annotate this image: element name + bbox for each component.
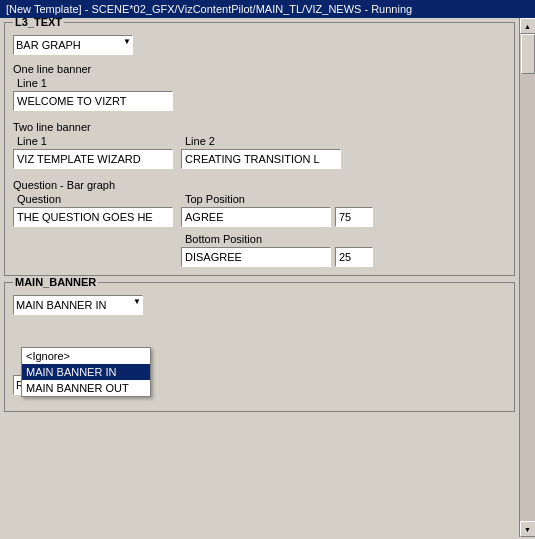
top-position-label: Top Position xyxy=(181,193,373,205)
scroll-track[interactable] xyxy=(520,34,536,521)
scroll-thumb[interactable] xyxy=(521,34,535,74)
dropdown-item-banner-in[interactable]: MAIN BANNER IN xyxy=(22,364,150,380)
question-input[interactable] xyxy=(13,207,173,227)
content-area: L3_TEXT BAR GRAPH ONE LINE TWO LINE One … xyxy=(0,18,519,537)
two-line-banner-line1-label: Line 1 xyxy=(13,135,173,147)
two-line-banner-line1-input[interactable] xyxy=(13,149,173,169)
scrollbar: ▲ ▼ xyxy=(519,18,535,537)
scroll-up-button[interactable]: ▲ xyxy=(520,18,536,34)
main-banner-dropdown-wrapper[interactable]: MAIN BANNER IN MAIN BANNER OUT xyxy=(13,295,143,315)
one-line-banner-label: One line banner xyxy=(13,63,506,75)
scroll-down-button[interactable]: ▼ xyxy=(520,521,536,537)
bottom-position-number-input[interactable] xyxy=(335,247,373,267)
two-line-banner-line2-label: Line 2 xyxy=(181,135,341,147)
l3text-dropdown[interactable]: BAR GRAPH ONE LINE TWO LINE xyxy=(13,35,133,55)
main-banner-section: MAIN_BANNER MAIN BANNER IN MAIN BANNER O… xyxy=(4,282,515,412)
two-line-banner-label: Two line banner xyxy=(13,121,506,133)
scroll-up-icon: ▲ xyxy=(524,23,531,30)
bottom-position-label: Bottom Position xyxy=(181,233,373,245)
l3text-section: L3_TEXT BAR GRAPH ONE LINE TWO LINE One … xyxy=(4,22,515,276)
l3text-dropdown-wrapper[interactable]: BAR GRAPH ONE LINE TWO LINE xyxy=(13,35,133,55)
title-bar: [New Template] - SCENE*02_GFX/VizContent… xyxy=(0,0,535,18)
bottom-position-input[interactable] xyxy=(181,247,331,267)
top-position-number-input[interactable] xyxy=(335,207,373,227)
question-label: Question xyxy=(13,193,173,205)
question-bar-graph-label: Question - Bar graph xyxy=(13,179,506,191)
title-bar-text: [New Template] - SCENE*02_GFX/VizContent… xyxy=(6,3,412,15)
main-banner-dropdown[interactable]: MAIN BANNER IN MAIN BANNER OUT xyxy=(13,295,143,315)
two-line-banner-line2-input[interactable] xyxy=(181,149,341,169)
dropdown-item-ignore[interactable]: <Ignore> xyxy=(22,348,150,364)
one-line-banner-line1-input[interactable] xyxy=(13,91,173,111)
l3text-label: L3_TEXT xyxy=(13,18,64,28)
one-line-banner-line1-label: Line 1 xyxy=(13,77,506,89)
main-banner-label: MAIN_BANNER xyxy=(13,276,98,288)
main-banner-dropdown-open[interactable]: <Ignore> MAIN BANNER IN MAIN BANNER OUT xyxy=(21,347,151,397)
top-position-input[interactable] xyxy=(181,207,331,227)
scroll-down-icon: ▼ xyxy=(524,526,531,533)
dropdown-item-banner-out[interactable]: MAIN BANNER OUT xyxy=(22,380,150,396)
